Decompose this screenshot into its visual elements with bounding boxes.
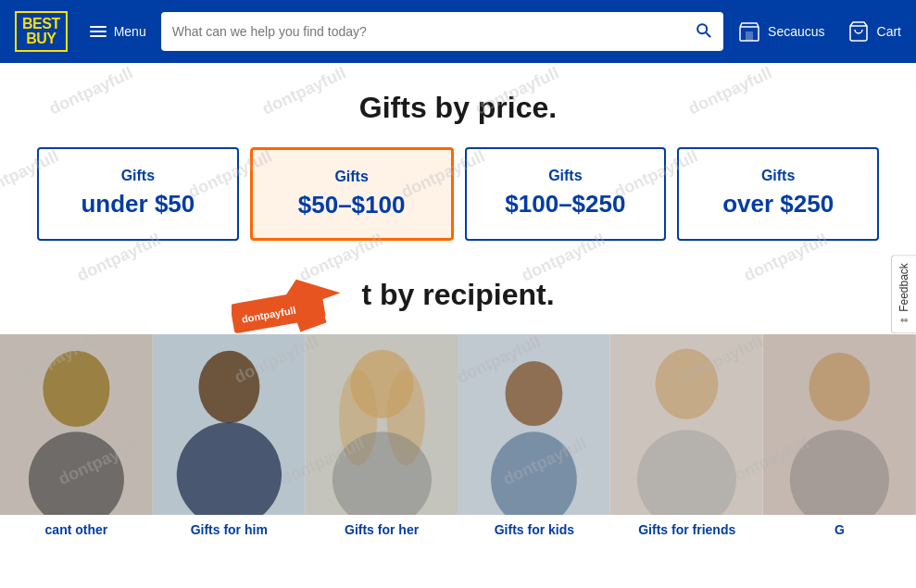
recipient-card-him-label: Gifts for him bbox=[191, 515, 268, 544]
recipient-section: cant other Gifts for him bbox=[0, 334, 916, 544]
main-header: BEST BUY Menu Secaucus bbox=[0, 0, 916, 63]
gifts-by-recipient-title: t by recipient. bbox=[0, 278, 916, 312]
feedback-container: Feedback ⇔ bbox=[891, 255, 916, 334]
price-card-100-250-label: Gifts bbox=[489, 168, 643, 184]
recipient-cards-container: cant other Gifts for him bbox=[0, 334, 916, 544]
svg-point-18 bbox=[506, 361, 563, 426]
recipient-card-friends[interactable]: Gifts for friends bbox=[610, 334, 763, 544]
recipient-card-0[interactable]: cant other bbox=[0, 334, 153, 544]
price-cards-container: Gifts under $50 Gifts $50–$100 Gifts $10… bbox=[0, 147, 916, 241]
recipient-card-0-label: cant other bbox=[45, 515, 108, 544]
svg-rect-1 bbox=[746, 31, 753, 41]
store-icon bbox=[738, 20, 760, 43]
price-card-under50-value: under $50 bbox=[61, 190, 215, 219]
logo-text-buy: BUY bbox=[26, 31, 56, 46]
recipient-card-her[interactable]: Gifts for her bbox=[306, 334, 458, 544]
cart-label: Cart bbox=[877, 24, 901, 39]
recipient-photo-him bbox=[153, 334, 306, 515]
hamburger-icon bbox=[90, 26, 107, 37]
menu-button[interactable]: Menu bbox=[90, 24, 146, 39]
recipient-card-6[interactable]: G bbox=[763, 334, 916, 544]
cart-button[interactable]: Cart bbox=[847, 20, 901, 43]
recipient-card-him[interactable]: Gifts for him bbox=[153, 334, 306, 544]
logo[interactable]: BEST BUY bbox=[15, 11, 68, 52]
price-card-under50[interactable]: Gifts under $50 bbox=[37, 147, 239, 241]
price-card-50-100-label: Gifts bbox=[275, 169, 429, 185]
price-card-over250-value: over $250 bbox=[701, 190, 855, 219]
cart-icon bbox=[847, 20, 870, 43]
price-card-100-250[interactable]: Gifts $100–$250 bbox=[465, 147, 667, 241]
price-card-over250-label: Gifts bbox=[701, 168, 855, 184]
search-icon[interactable] bbox=[694, 20, 712, 43]
recipient-card-kids-label: Gifts for kids bbox=[495, 515, 574, 544]
recipient-card-her-label: Gifts for her bbox=[345, 515, 419, 544]
recipient-photo-6 bbox=[763, 334, 916, 515]
gifts-by-price-title: Gifts by price. bbox=[0, 91, 916, 125]
recipient-photo-0 bbox=[0, 334, 153, 515]
price-card-over250[interactable]: Gifts over $250 bbox=[677, 147, 879, 241]
recipient-photo-friends bbox=[610, 334, 763, 515]
logo-text-best: BEST bbox=[22, 17, 60, 31]
recipient-card-6-label: G bbox=[834, 515, 845, 544]
recipient-card-kids[interactable]: Gifts for kids bbox=[458, 334, 610, 544]
recipient-title-text: t by recipient. bbox=[361, 278, 554, 311]
header-actions: Secaucus Cart bbox=[738, 20, 901, 43]
price-card-under50-label: Gifts bbox=[61, 168, 215, 184]
recipient-card-friends-label: Gifts for friends bbox=[638, 515, 735, 544]
main-content: dontpayfull dontpayfull dontpayfull dont… bbox=[0, 63, 916, 563]
price-card-50-100-value: $50–$100 bbox=[275, 191, 429, 219]
feedback-button[interactable]: Feedback ⇔ bbox=[891, 255, 916, 334]
menu-label: Menu bbox=[114, 24, 146, 39]
recipient-photo-kids bbox=[458, 334, 610, 515]
svg-point-24 bbox=[809, 353, 871, 421]
store-selector[interactable]: Secaucus bbox=[738, 20, 824, 43]
svg-point-7 bbox=[43, 351, 109, 427]
search-input[interactable] bbox=[172, 24, 694, 39]
feedback-label: Feedback bbox=[897, 263, 910, 312]
feedback-icon: ⇔ bbox=[900, 315, 908, 325]
price-card-50-100[interactable]: Gifts $50–$100 bbox=[250, 147, 454, 241]
price-card-100-250-value: $100–$250 bbox=[489, 190, 643, 219]
recipient-photo-her bbox=[306, 334, 458, 515]
svg-point-10 bbox=[198, 351, 259, 423]
svg-point-21 bbox=[656, 349, 719, 419]
search-bar[interactable] bbox=[161, 12, 723, 51]
store-label: Secaucus bbox=[768, 24, 824, 39]
